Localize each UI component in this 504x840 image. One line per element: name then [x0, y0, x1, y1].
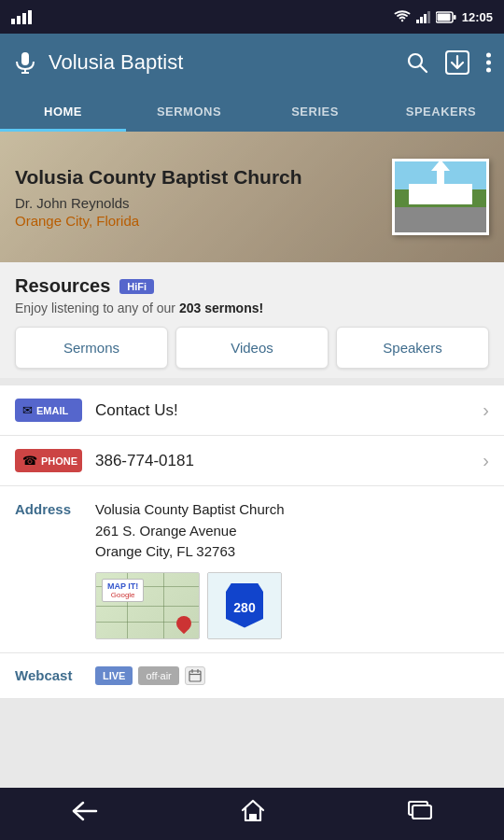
wifi-icon	[394, 10, 411, 23]
home-button[interactable]	[222, 790, 284, 838]
phone-list-item[interactable]: ☎ PHONE 386-774-0181 ›	[0, 436, 504, 486]
address-line2: 261 S. Orange Avenue	[95, 521, 489, 542]
email-list-item[interactable]: ✉ EMAIL Contact Us! ›	[0, 385, 504, 436]
address-line3: Orange City, FL 32763	[95, 541, 489, 563]
phone-label: PHONE	[41, 455, 77, 467]
download-icon[interactable]	[445, 50, 469, 75]
chevron-right-icon: ›	[483, 399, 489, 421]
map-images: MAP IT! Google 280	[95, 572, 489, 639]
email-icon-wrap: ✉ EMAIL	[15, 399, 82, 422]
speakers-button[interactable]: Speakers	[336, 327, 489, 369]
webcast-badges: LIVE off·air	[95, 666, 205, 685]
map-it-label: MAP IT! Google	[102, 579, 144, 602]
svg-rect-2	[437, 13, 450, 21]
videos-button[interactable]: Videos	[175, 327, 329, 369]
email-label: EMAIL	[36, 405, 68, 416]
address-label: Address	[15, 499, 82, 639]
svg-rect-13	[189, 671, 201, 681]
resource-buttons: Sermons Videos Speakers	[15, 327, 489, 369]
tab-series[interactable]: SERIES	[252, 91, 378, 130]
battery-icon	[436, 11, 456, 23]
svg-rect-18	[249, 814, 257, 820]
hifi-badge: HiFi	[119, 279, 154, 294]
phone-icon-wrap: ☎ PHONE	[15, 449, 82, 472]
svg-point-11	[486, 61, 491, 65]
recents-button[interactable]	[389, 791, 451, 836]
phone-icon: ☎	[22, 454, 37, 468]
church-location: Orange City, Florida	[15, 213, 392, 229]
address-text: Volusia County Baptist Church 261 S. Ora…	[95, 499, 489, 563]
svg-point-12	[486, 68, 491, 73]
church-photo	[395, 161, 486, 232]
svg-line-7	[420, 65, 427, 72]
svg-rect-1	[454, 15, 456, 20]
webcast-section: Webcast LIVE off·air	[0, 653, 504, 699]
church-name: Volusia County Baptist Church	[15, 165, 392, 189]
nav-tabs: HOME SERMONS SERIES SPEAKERS	[0, 91, 504, 132]
webcast-label: Webcast	[15, 667, 82, 683]
content-area: ✉ EMAIL Contact Us! › ☎ PHONE 386-774-01…	[0, 385, 504, 699]
address-line1: Volusia County Baptist Church	[95, 499, 489, 521]
svg-point-10	[486, 53, 491, 58]
resources-title: Resources	[15, 275, 110, 297]
address-content: Volusia County Baptist Church 261 S. Ora…	[95, 499, 489, 639]
bottom-nav	[0, 788, 504, 840]
svg-rect-3	[21, 52, 29, 65]
resources-section: Resources HiFi Enjoy listening to any of…	[0, 262, 504, 378]
phone-number-text: 386-774-0181	[95, 452, 469, 470]
hero-text: Volusia County Baptist Church Dr. John R…	[15, 165, 392, 228]
envelope-icon: ✉	[22, 403, 33, 417]
sermons-button[interactable]: Sermons	[15, 327, 168, 369]
search-icon[interactable]	[406, 51, 428, 74]
hero-section: Volusia County Baptist Church Dr. John R…	[0, 132, 504, 262]
status-bar-left	[11, 10, 32, 24]
mic-icon[interactable]	[13, 50, 37, 75]
tab-speakers[interactable]: SPEAKERS	[378, 91, 504, 130]
status-bar-right: 12:05	[394, 10, 493, 24]
status-bar: 12:05	[0, 0, 504, 34]
calendar-icon[interactable]	[185, 666, 205, 685]
live-badge: LIVE	[95, 666, 133, 685]
off-air-badge: off·air	[138, 666, 178, 685]
church-image	[392, 159, 489, 235]
back-button[interactable]	[53, 791, 117, 836]
resources-subtitle: Enjoy listening to any of our 203 sermon…	[15, 301, 489, 315]
tab-home[interactable]: HOME	[0, 91, 126, 130]
more-icon[interactable]	[486, 52, 491, 73]
app-bar-icons	[406, 50, 491, 75]
time-display: 12:05	[462, 10, 493, 24]
pastor-name: Dr. John Reynolds	[15, 195, 392, 211]
app-bar: Volusia Baptist	[0, 34, 504, 91]
resources-header: Resources HiFi	[15, 275, 489, 297]
road-map-image[interactable]: 280	[207, 572, 282, 639]
svg-rect-20	[413, 805, 431, 819]
contact-us-text: Contact Us!	[95, 401, 469, 420]
app-title: Volusia Baptist	[49, 50, 395, 75]
church-body	[409, 184, 472, 204]
email-badge: ✉ EMAIL	[15, 399, 82, 422]
google-map-image[interactable]: MAP IT! Google	[95, 572, 200, 639]
chevron-right-icon-2: ›	[483, 450, 489, 471]
phone-badge: ☎ PHONE	[15, 449, 82, 472]
address-section: Address Volusia County Baptist Church 26…	[0, 486, 504, 653]
tab-sermons[interactable]: SERMONS	[126, 91, 252, 130]
